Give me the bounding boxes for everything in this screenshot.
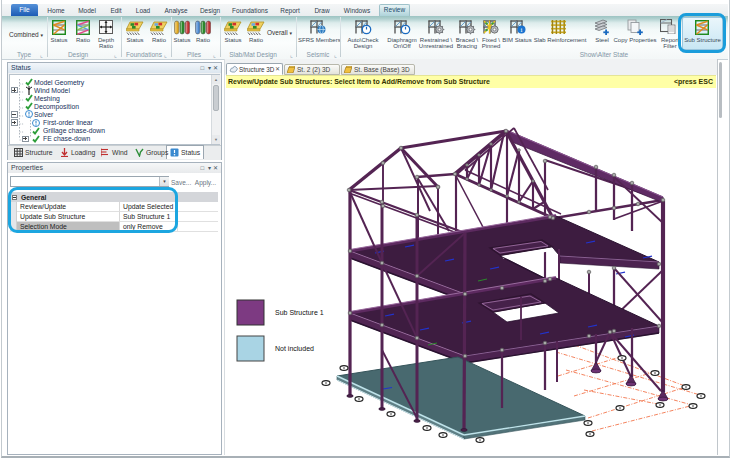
svg-text:i: i — [521, 26, 523, 34]
svg-text:Not included: Not included — [275, 345, 314, 352]
svg-text:Sub Structure 1: Sub Structure 1 — [275, 309, 324, 316]
